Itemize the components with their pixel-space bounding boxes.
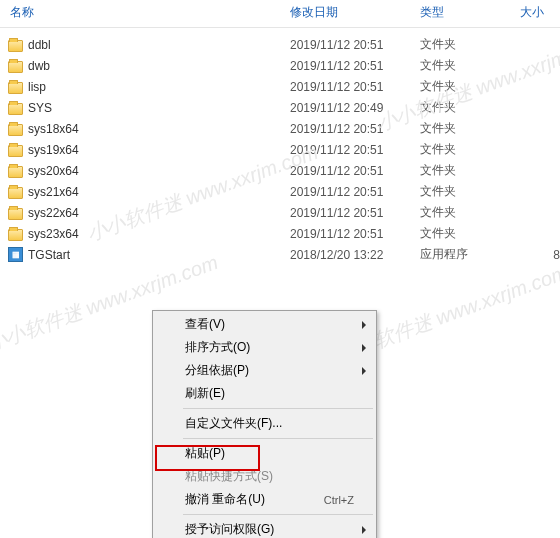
menu-group[interactable]: 分组依据(P) xyxy=(155,359,374,382)
file-name: sys22x64 xyxy=(28,206,290,220)
file-date: 2019/11/12 20:51 xyxy=(290,59,420,73)
menu-separator xyxy=(183,514,373,515)
file-type: 文件夹 xyxy=(420,36,520,53)
file-date: 2019/11/12 20:49 xyxy=(290,101,420,115)
menu-paste-shortcut[interactable]: 粘贴快捷方式(S) xyxy=(155,465,374,488)
file-name: sys18x64 xyxy=(28,122,290,136)
file-row[interactable]: ▦TGStart2018/12/20 13:22应用程序8 xyxy=(0,244,560,265)
file-row[interactable]: dwb2019/11/12 20:51文件夹 xyxy=(0,55,560,76)
file-date: 2019/11/12 20:51 xyxy=(290,185,420,199)
file-name: SYS xyxy=(28,101,290,115)
menu-paste[interactable]: 粘贴(P) xyxy=(155,442,374,465)
file-type: 文件夹 xyxy=(420,141,520,158)
file-row[interactable]: sys20x642019/11/12 20:51文件夹 xyxy=(0,160,560,181)
menu-label: 粘贴(P) xyxy=(185,445,354,462)
file-type: 文件夹 xyxy=(420,183,520,200)
file-name: sys21x64 xyxy=(28,185,290,199)
menu-sort[interactable]: 排序方式(O) xyxy=(155,336,374,359)
column-header-type[interactable]: 类型 xyxy=(420,4,520,21)
chevron-right-icon xyxy=(362,367,366,375)
file-row[interactable]: lisp2019/11/12 20:51文件夹 xyxy=(0,76,560,97)
file-date: 2019/11/12 20:51 xyxy=(290,164,420,178)
menu-label: 粘贴快捷方式(S) xyxy=(185,468,354,485)
file-name: dwb xyxy=(28,59,290,73)
folder-icon xyxy=(8,142,24,158)
file-type: 文件夹 xyxy=(420,78,520,95)
folder-icon xyxy=(8,184,24,200)
chevron-right-icon xyxy=(362,321,366,329)
menu-separator xyxy=(183,408,373,409)
menu-separator xyxy=(183,438,373,439)
file-date: 2019/11/12 20:51 xyxy=(290,227,420,241)
file-row[interactable]: sys19x642019/11/12 20:51文件夹 xyxy=(0,139,560,160)
folder-icon xyxy=(8,79,24,95)
file-type: 文件夹 xyxy=(420,120,520,137)
file-row[interactable]: SYS2019/11/12 20:49文件夹 xyxy=(0,97,560,118)
file-name: TGStart xyxy=(28,248,290,262)
file-type: 文件夹 xyxy=(420,57,520,74)
file-row[interactable]: sys18x642019/11/12 20:51文件夹 xyxy=(0,118,560,139)
file-size: 8 xyxy=(520,248,560,262)
file-row[interactable]: sys23x642019/11/12 20:51文件夹 xyxy=(0,223,560,244)
menu-label: 撤消 重命名(U) xyxy=(185,491,324,508)
folder-icon xyxy=(8,37,24,53)
file-type: 文件夹 xyxy=(420,204,520,221)
file-type: 应用程序 xyxy=(420,246,520,263)
menu-label: 刷新(E) xyxy=(185,385,354,402)
chevron-right-icon xyxy=(362,344,366,352)
column-header-date[interactable]: 修改日期 xyxy=(290,4,420,21)
file-name: lisp xyxy=(28,80,290,94)
menu-label: 自定义文件夹(F)... xyxy=(185,415,354,432)
folder-icon xyxy=(8,58,24,74)
folder-icon xyxy=(8,163,24,179)
menu-undo-rename[interactable]: 撤消 重命名(U) Ctrl+Z xyxy=(155,488,374,511)
menu-label: 查看(V) xyxy=(185,316,354,333)
file-row[interactable]: sys21x642019/11/12 20:51文件夹 xyxy=(0,181,560,202)
menu-refresh[interactable]: 刷新(E) xyxy=(155,382,374,405)
file-date: 2019/11/12 20:51 xyxy=(290,206,420,220)
column-header-size[interactable]: 大小 xyxy=(520,4,560,21)
chevron-right-icon xyxy=(362,526,366,534)
file-name: sys19x64 xyxy=(28,143,290,157)
folder-icon xyxy=(8,100,24,116)
folder-icon xyxy=(8,205,24,221)
folder-icon xyxy=(8,226,24,242)
menu-label: 分组依据(P) xyxy=(185,362,354,379)
application-icon: ▦ xyxy=(8,247,24,263)
menu-view[interactable]: 查看(V) xyxy=(155,313,374,336)
file-name: sys23x64 xyxy=(28,227,290,241)
menu-label: 排序方式(O) xyxy=(185,339,354,356)
menu-grant-access[interactable]: 授予访问权限(G) xyxy=(155,518,374,538)
file-type: 文件夹 xyxy=(420,162,520,179)
file-type: 文件夹 xyxy=(420,99,520,116)
file-date: 2019/11/12 20:51 xyxy=(290,80,420,94)
file-type: 文件夹 xyxy=(420,225,520,242)
file-date: 2018/12/20 13:22 xyxy=(290,248,420,262)
file-name: ddbl xyxy=(28,38,290,52)
file-row[interactable]: sys22x642019/11/12 20:51文件夹 xyxy=(0,202,560,223)
file-date: 2019/11/12 20:51 xyxy=(290,143,420,157)
folder-icon xyxy=(8,121,24,137)
file-date: 2019/11/12 20:51 xyxy=(290,38,420,52)
column-header-name[interactable]: 名称 xyxy=(0,4,290,21)
menu-label: 授予访问权限(G) xyxy=(185,521,354,538)
file-name: sys20x64 xyxy=(28,164,290,178)
file-row[interactable]: ddbl2019/11/12 20:51文件夹 xyxy=(0,34,560,55)
menu-shortcut: Ctrl+Z xyxy=(324,494,354,506)
file-list: ddbl2019/11/12 20:51文件夹dwb2019/11/12 20:… xyxy=(0,28,560,265)
menu-customize-folder[interactable]: 自定义文件夹(F)... xyxy=(155,412,374,435)
context-menu: 查看(V) 排序方式(O) 分组依据(P) 刷新(E) 自定义文件夹(F)...… xyxy=(152,310,377,538)
column-header-row: 名称 修改日期 类型 大小 xyxy=(0,0,560,28)
file-date: 2019/11/12 20:51 xyxy=(290,122,420,136)
